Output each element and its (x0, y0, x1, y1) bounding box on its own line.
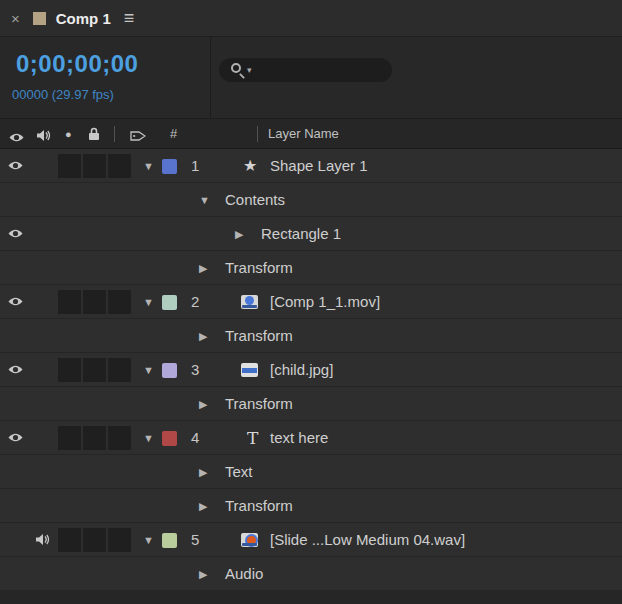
twirl-arrow[interactable]: ▶ (199, 466, 207, 479)
label-color-swatch[interactable] (162, 363, 177, 378)
audio-column-speaker-icon[interactable] (36, 128, 51, 146)
row-label[interactable]: Text (225, 463, 253, 480)
twirl-arrow[interactable]: ▶ (199, 330, 207, 343)
row-label[interactable]: Contents (225, 191, 285, 208)
layer-number: 2 (191, 293, 199, 310)
timeline-row[interactable]: ▶ Transform (0, 251, 622, 285)
timeline-row[interactable]: ▶ Transform (0, 387, 622, 421)
timeline-row[interactable]: ▼ 5 [Slide ...Low Medium 04.wav] (0, 523, 622, 557)
number-column-header[interactable]: # (170, 126, 177, 141)
search-dropdown-arrow[interactable]: ▾ (247, 65, 252, 75)
twirl-arrow[interactable]: ▶ (199, 568, 207, 581)
label-color-swatch[interactable] (162, 533, 177, 548)
timeline-panel: × Comp 1 ≡ 0;00;00;00 00000 (29.97 fps) … (0, 0, 622, 604)
timeline-row[interactable]: ▼ 3 [child.jpg] (0, 353, 622, 387)
layer-switches[interactable] (58, 528, 131, 552)
row-label[interactable]: Rectangle 1 (261, 225, 341, 242)
row-label[interactable]: Transform (225, 497, 293, 514)
timeline-row[interactable]: ▼ 2 [Comp 1_1.mov] (0, 285, 622, 319)
timeline-row[interactable]: ▶ Text (0, 455, 622, 489)
twirl-arrow[interactable]: ▼ (143, 432, 154, 444)
shape-layer-star-icon: ★ (243, 156, 257, 175)
video-eye-button[interactable] (7, 296, 24, 307)
row-label[interactable]: Transform (225, 395, 293, 412)
twirl-arrow[interactable]: ▶ (199, 262, 207, 275)
layer-list: ▼ 1 ★ Shape Layer 1 ▼ Contents ▶ Rectang… (0, 149, 622, 591)
row-label[interactable]: text here (270, 429, 328, 446)
timeline-row[interactable]: ▼ 1 ★ Shape Layer 1 (0, 149, 622, 183)
text-layer-icon: T (247, 428, 258, 448)
close-icon[interactable]: × (11, 10, 20, 27)
label-column-tag-icon[interactable] (130, 128, 146, 146)
panel-divider (210, 37, 211, 118)
video-eye-button[interactable] (7, 160, 24, 171)
timeline-row[interactable]: ▶ Transform (0, 489, 622, 523)
label-color-swatch[interactable] (162, 295, 177, 310)
video-eye-button[interactable] (7, 432, 24, 443)
twirl-arrow[interactable]: ▼ (143, 296, 154, 308)
label-color-swatch[interactable] (162, 159, 177, 174)
time-area: 0;00;00;00 00000 (29.97 fps) ▾ (0, 37, 622, 119)
lock-column-icon[interactable] (88, 127, 100, 145)
row-label[interactable]: Shape Layer 1 (270, 157, 368, 174)
row-label[interactable]: Audio (225, 565, 263, 582)
panel-tab-title[interactable]: Comp 1 (56, 10, 111, 27)
layer-number: 5 (191, 531, 199, 548)
row-label[interactable]: Transform (225, 327, 293, 344)
column-header: ● # Layer Name (0, 119, 622, 149)
twirl-arrow[interactable]: ▼ (199, 194, 210, 206)
layer-number: 1 (191, 157, 199, 174)
search-input[interactable]: ▾ (219, 58, 392, 82)
row-label[interactable]: Transform (225, 259, 293, 276)
solo-column-icon[interactable]: ● (65, 128, 72, 140)
layer-switches[interactable] (58, 290, 131, 314)
bottom-filler (0, 591, 622, 604)
row-label[interactable]: [Slide ...Low Medium 04.wav] (270, 531, 465, 548)
frame-count-readout: 00000 (29.97 fps) (12, 87, 114, 102)
layer-switches[interactable] (58, 358, 131, 382)
file-type-icon (241, 295, 258, 309)
row-label[interactable]: [child.jpg] (270, 361, 333, 378)
layer-switches[interactable] (58, 426, 131, 450)
row-label[interactable]: [Comp 1_1.mov] (270, 293, 380, 310)
timeline-row[interactable]: ▼ Contents (0, 183, 622, 217)
panel-menu-icon[interactable]: ≡ (124, 8, 135, 29)
panel-tab-bar: × Comp 1 ≡ (0, 0, 622, 37)
timeline-row[interactable]: ▶ Audio (0, 557, 622, 591)
twirl-arrow[interactable]: ▶ (235, 228, 243, 241)
layer-number: 4 (191, 429, 199, 446)
video-column-eye-icon[interactable] (8, 129, 25, 147)
audio-speaker-button[interactable] (35, 533, 50, 546)
twirl-arrow[interactable]: ▼ (143, 160, 154, 172)
timeline-row[interactable]: ▼ 4 T text here (0, 421, 622, 455)
file-type-icon (241, 363, 258, 377)
layer-switches[interactable] (58, 154, 131, 178)
video-eye-button[interactable] (7, 228, 24, 239)
timeline-row[interactable]: ▶ Transform (0, 319, 622, 353)
layer-number: 3 (191, 361, 199, 378)
search-icon (231, 63, 241, 73)
layer-name-column-header[interactable]: Layer Name (268, 126, 339, 141)
video-eye-button[interactable] (7, 364, 24, 375)
twirl-arrow[interactable]: ▶ (199, 500, 207, 513)
twirl-arrow[interactable]: ▼ (143, 364, 154, 376)
twirl-arrow[interactable]: ▶ (199, 398, 207, 411)
header-divider (257, 126, 258, 142)
header-divider (114, 126, 115, 142)
current-timecode[interactable]: 0;00;00;00 (16, 50, 138, 78)
comp-icon (33, 12, 46, 25)
twirl-arrow[interactable]: ▼ (143, 534, 154, 546)
timeline-row[interactable]: ▶ Rectangle 1 (0, 217, 622, 251)
label-color-swatch[interactable] (162, 431, 177, 446)
file-type-icon (241, 533, 258, 547)
